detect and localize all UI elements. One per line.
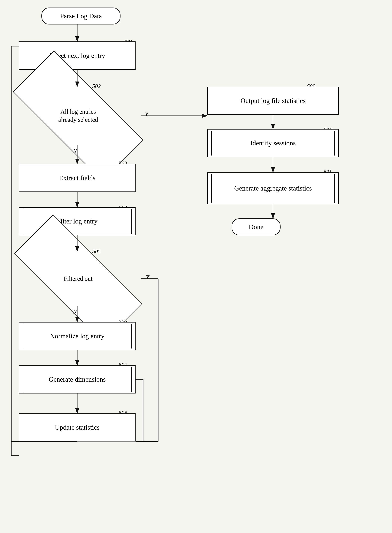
label-510: Identify sessions	[250, 139, 296, 147]
label-509: Output log file statistics	[241, 97, 306, 105]
label-502: All log entriesalready selected	[58, 108, 98, 124]
n-label-502: N	[73, 148, 77, 154]
node-501: Select next log entry	[19, 42, 135, 70]
n-label-505: N	[73, 309, 77, 315]
node-508: Update statistics	[19, 413, 135, 441]
end-node: Done	[232, 218, 280, 235]
node-509: Output log file statistics	[207, 87, 339, 115]
node-510: Identify sessions	[207, 129, 339, 157]
start-label: Parse Log Data	[60, 12, 102, 20]
label-505: Filtered out	[64, 275, 93, 283]
node-505: Filtered out	[15, 251, 141, 306]
node-511: Generate aggregate statistics	[207, 172, 339, 204]
label-507: Generate dimensions	[49, 375, 106, 383]
node-503: Extract fields	[19, 164, 135, 192]
label-504: Filter log entry	[57, 217, 98, 225]
label-508: Update statistics	[55, 423, 100, 431]
end-label: Done	[249, 223, 263, 231]
node-506: Normalize log entry	[19, 322, 135, 350]
y-label-505: Y	[146, 274, 149, 280]
label-511: Generate aggregate statistics	[234, 184, 312, 192]
y-label-502: Y	[145, 111, 148, 117]
node-507: Generate dimensions	[19, 365, 135, 393]
label-506: Normalize log entry	[50, 332, 104, 340]
node-502: All log entriesalready selected	[15, 87, 141, 145]
start-node: Parse Log Data	[42, 8, 121, 24]
label-503: Extract fields	[59, 174, 95, 182]
